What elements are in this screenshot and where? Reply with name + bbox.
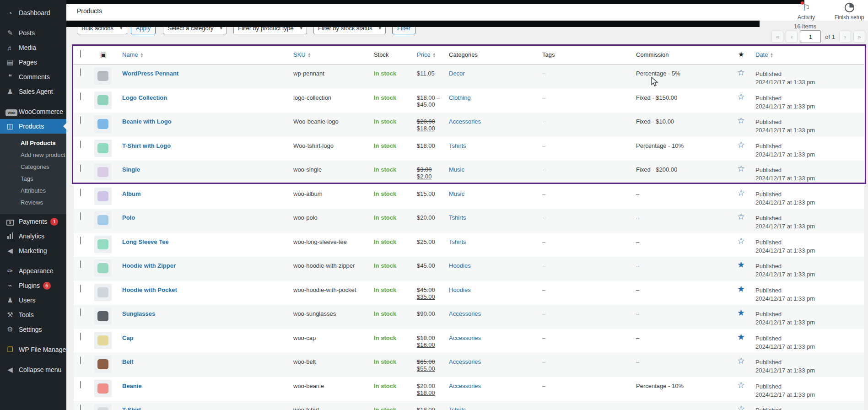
- product-category-link[interactable]: Hoodies: [449, 286, 471, 293]
- sidebar-item-payments[interactable]: $Payments1: [0, 214, 66, 229]
- product-name-link[interactable]: Beanie with Logo: [122, 118, 172, 125]
- product-name-link[interactable]: WordPress Pennant: [122, 70, 178, 77]
- activity-button[interactable]: ⚐ Activity: [791, 1, 821, 21]
- submenu-item-attributes[interactable]: Attributes: [0, 185, 66, 197]
- product-thumbnail[interactable]: [94, 188, 112, 205]
- submenu-item-tags[interactable]: Tags: [0, 173, 66, 185]
- row-select-checkbox[interactable]: [80, 140, 81, 148]
- sidebar-item-comments[interactable]: ❝Comments: [0, 70, 66, 84]
- product-name-link[interactable]: Belt: [122, 358, 134, 365]
- featured-star-toggle[interactable]: ★: [737, 284, 745, 294]
- product-name-link[interactable]: Logo Collection: [122, 94, 167, 101]
- sort-by-name-header[interactable]: Name▲▼: [122, 51, 144, 58]
- product-thumbnail[interactable]: [94, 115, 112, 133]
- row-select-checkbox[interactable]: [80, 237, 81, 244]
- product-category-link[interactable]: Clothing: [449, 94, 471, 101]
- category-filter-select[interactable]: Select a category▾: [163, 22, 227, 34]
- product-thumbnail[interactable]: [94, 236, 112, 253]
- product-type-filter-select[interactable]: Filter by product type▾: [233, 22, 307, 34]
- prev-page-button[interactable]: ‹: [786, 31, 798, 43]
- filter-button[interactable]: Filter: [392, 22, 415, 34]
- row-select-checkbox[interactable]: [80, 116, 81, 124]
- product-thumbnail[interactable]: [94, 284, 112, 301]
- sidebar-item-sales-agent[interactable]: ♟Sales Agent: [0, 84, 66, 99]
- product-thumbnail[interactable]: [94, 356, 112, 373]
- product-name-link[interactable]: Hoodie with Pocket: [122, 286, 177, 293]
- row-select-checkbox[interactable]: [80, 405, 81, 410]
- product-category-link[interactable]: Hoodies: [449, 262, 471, 269]
- sidebar-item-marketing[interactable]: ◀Marketing: [0, 243, 66, 258]
- product-name-link[interactable]: T-Shirt with Logo: [122, 142, 171, 149]
- apply-button[interactable]: Apply: [131, 22, 156, 34]
- product-thumbnail[interactable]: [94, 140, 112, 157]
- product-name-link[interactable]: Album: [122, 190, 140, 197]
- sidebar-item-plugins[interactable]: ⌁Plugins6: [0, 278, 66, 293]
- featured-star-toggle[interactable]: ☆: [737, 68, 745, 77]
- product-thumbnail[interactable]: [94, 92, 112, 109]
- stock-status-filter-select[interactable]: Filter by stock status▾: [313, 22, 386, 34]
- product-category-link[interactable]: Accessories: [449, 334, 481, 341]
- row-select-checkbox[interactable]: [80, 260, 81, 268]
- product-category-link[interactable]: Tshirts: [449, 238, 466, 245]
- featured-star-toggle[interactable]: ☆: [737, 380, 745, 390]
- select-all-checkbox[interactable]: [80, 50, 81, 58]
- product-thumbnail[interactable]: [94, 404, 112, 410]
- featured-star-toggle[interactable]: ☆: [737, 188, 745, 198]
- submenu-item-all-products[interactable]: All Products: [0, 137, 66, 149]
- product-category-link[interactable]: Decor: [449, 70, 465, 77]
- sidebar-item-products[interactable]: ◫Products: [0, 119, 66, 134]
- first-page-button[interactable]: «: [771, 31, 783, 43]
- row-select-checkbox[interactable]: [80, 68, 81, 76]
- product-name-link[interactable]: Polo: [122, 214, 135, 221]
- product-thumbnail[interactable]: [94, 308, 112, 325]
- product-category-link[interactable]: Accessories: [449, 358, 481, 365]
- product-name-link[interactable]: Cap: [122, 334, 134, 341]
- product-category-link[interactable]: Tshirts: [449, 214, 466, 221]
- next-page-button[interactable]: ›: [839, 31, 851, 43]
- row-select-checkbox[interactable]: [80, 92, 81, 100]
- featured-star-toggle[interactable]: ☆: [737, 140, 745, 150]
- submenu-item-add-new-product[interactable]: Add new product: [0, 149, 66, 161]
- last-page-button[interactable]: »: [853, 31, 865, 43]
- product-category-link[interactable]: Tshirts: [449, 406, 466, 410]
- product-thumbnail[interactable]: [94, 332, 112, 349]
- current-page-input[interactable]: 1: [800, 30, 821, 43]
- product-thumbnail[interactable]: [94, 211, 112, 229]
- row-select-checkbox[interactable]: [80, 189, 81, 196]
- finish-setup-button[interactable]: Finish setup: [834, 1, 864, 21]
- featured-star-toggle[interactable]: ★: [737, 308, 745, 318]
- sort-by-sku-header[interactable]: SKU▲▼: [293, 51, 311, 58]
- sidebar-item-collapse-menu[interactable]: ◀Collapse menu: [0, 362, 66, 377]
- row-select-checkbox[interactable]: [80, 164, 81, 172]
- row-select-checkbox[interactable]: [80, 381, 81, 388]
- row-select-checkbox[interactable]: [80, 212, 81, 220]
- sidebar-item-woocommerce[interactable]: WooWooCommerce: [0, 104, 66, 119]
- sidebar-item-users[interactable]: ♟Users: [0, 293, 66, 308]
- product-name-link[interactable]: Single: [122, 166, 140, 173]
- sidebar-item-settings[interactable]: ⚙Settings: [0, 322, 66, 337]
- featured-star-toggle[interactable]: ☆: [737, 404, 745, 410]
- product-name-link[interactable]: Beanie: [122, 383, 142, 389]
- sidebar-item-pages[interactable]: ▤Pages: [0, 55, 66, 70]
- row-select-checkbox[interactable]: [80, 356, 81, 364]
- sidebar-item-posts[interactable]: ✎Posts: [0, 26, 66, 40]
- featured-star-toggle[interactable]: ☆: [737, 212, 745, 221]
- featured-star-toggle[interactable]: ☆: [737, 92, 745, 102]
- featured-star-toggle[interactable]: ★: [737, 260, 745, 270]
- product-thumbnail[interactable]: [94, 67, 112, 85]
- sidebar-item-dashboard[interactable]: ◔Dashboard: [0, 5, 66, 20]
- featured-star-toggle[interactable]: ☆: [737, 236, 745, 246]
- featured-star-toggle[interactable]: ☆: [737, 116, 745, 125]
- product-category-link[interactable]: Accessories: [449, 118, 481, 125]
- row-select-checkbox[interactable]: [80, 333, 81, 340]
- product-name-link[interactable]: T-Shirt: [122, 406, 141, 410]
- product-name-link[interactable]: Sunglasses: [122, 310, 155, 317]
- sort-by-price-header[interactable]: Price▲▼: [417, 51, 436, 58]
- product-category-link[interactable]: Music: [449, 166, 464, 173]
- product-category-link[interactable]: Accessories: [449, 383, 481, 389]
- sidebar-item-analytics[interactable]: Analytics: [0, 229, 66, 243]
- product-category-link[interactable]: Accessories: [449, 310, 481, 317]
- featured-star-header[interactable]: ★: [738, 50, 744, 59]
- product-thumbnail[interactable]: [94, 259, 112, 277]
- sidebar-item-appearance[interactable]: ✑Appearance: [0, 264, 66, 278]
